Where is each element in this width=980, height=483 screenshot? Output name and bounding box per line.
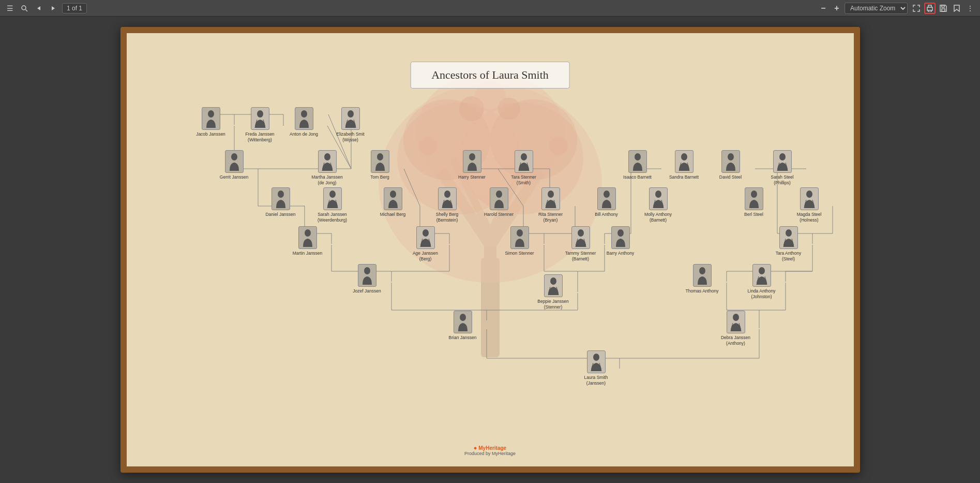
person-thomas[interactable]: Thomas Anthony [679, 264, 726, 294]
person-rita[interactable]: Rita Stenner (Bryan) [527, 187, 574, 223]
avatar-jozef [358, 264, 376, 287]
svg-marker-3 [52, 6, 55, 10]
avatar-linda [752, 264, 771, 287]
person-martin[interactable]: Martin Janssen [284, 226, 331, 256]
avatar-tara_s [515, 150, 533, 173]
person-molly[interactable]: Molly Anthony (Barnett) [635, 187, 682, 223]
person-simon[interactable]: Simon Stenner [496, 226, 543, 256]
svg-point-16 [419, 137, 438, 155]
person-laura[interactable]: Laura Smith (Janssen) [573, 350, 620, 386]
name-david_s: David Steel [719, 174, 742, 180]
prev-page-icon[interactable] [33, 3, 44, 14]
toolbar-left: ☰ 1 of 1 [4, 3, 815, 14]
person-tom[interactable]: Tom Berg [357, 150, 403, 180]
person-age[interactable]: Age Janssen (Berg) [402, 226, 449, 262]
person-harry[interactable]: Harry Stenner [449, 150, 495, 180]
person-magda[interactable]: Magda Steel (Holness) [786, 187, 833, 223]
avatar-martin [298, 226, 317, 249]
person-brian[interactable]: Brian Janssen [440, 311, 486, 341]
avatar-brian [454, 311, 472, 333]
name-harold: Harold Stenner [484, 212, 514, 217]
person-martha[interactable]: Martha Janssen (de Jong) [304, 150, 351, 186]
avatar-tara_a [779, 226, 798, 249]
person-sarah_j[interactable]: Sarah Janssen (Weerdenburg) [309, 187, 356, 223]
person-jozef[interactable]: Jozef Janssen [344, 264, 390, 294]
person-sandra[interactable]: Sandra Barnett [661, 150, 707, 180]
person-freda[interactable]: Freda Janssen (Wittenberg) [237, 107, 283, 143]
fullscreen-icon[interactable] [911, 3, 922, 14]
next-page-icon[interactable] [48, 3, 59, 14]
svg-point-18 [459, 96, 484, 121]
avatar-beppie [544, 274, 563, 297]
person-gerrit[interactable]: Gerrit Janssen [211, 150, 258, 180]
svg-rect-9 [484, 233, 496, 295]
page-info: 1 of 1 [62, 3, 87, 13]
zoom-out-button[interactable]: − [818, 3, 829, 14]
more-options-icon[interactable]: ⋮ [964, 3, 976, 14]
person-tara_s[interactable]: Tara Stenner (Smith) [501, 150, 547, 186]
person-berl[interactable]: Berl Steel [731, 187, 777, 217]
avatar-michael [384, 187, 402, 210]
main-area: Ancestors of Laura Smith [0, 17, 980, 483]
avatar-martha [318, 150, 337, 173]
zoom-select[interactable]: Automatic Zoom 50% 75% 100% 125% 150% [845, 3, 908, 14]
person-anton[interactable]: Anton de Jong [281, 107, 327, 137]
person-barry[interactable]: Barry Anthony [597, 226, 644, 256]
person-linda[interactable]: Linda Anthony (Johnston) [738, 264, 785, 300]
svg-rect-6 [942, 5, 944, 7]
person-jacob[interactable]: Jacob Janssen [188, 107, 234, 137]
svg-point-17 [549, 137, 568, 155]
avatar-berl [745, 187, 763, 210]
avatar-daniel [272, 187, 290, 210]
svg-point-126 [377, 153, 383, 160]
name-tara_s: Tara Stenner (Smith) [511, 174, 536, 186]
avatar-shelly [438, 187, 457, 210]
chart-title-box: Ancestors of Laura Smith [410, 62, 570, 89]
menu-icon[interactable]: ☰ [4, 3, 16, 14]
person-sarah_s[interactable]: Sarah Steel (Phillips) [759, 150, 806, 186]
person-isaaco[interactable]: Isaaco Barnett [614, 150, 661, 180]
svg-marker-2 [37, 6, 40, 10]
print-icon[interactable] [924, 3, 936, 14]
bookmark-icon[interactable] [951, 3, 962, 14]
avatar-anton [295, 107, 313, 130]
person-shelly[interactable]: Shelly Berg (Bernstein) [424, 187, 471, 223]
svg-point-102 [460, 314, 466, 321]
avatar-bill [597, 187, 616, 210]
name-age: Age Janssen (Berg) [413, 251, 438, 262]
svg-point-19 [497, 97, 520, 120]
svg-point-118 [604, 191, 610, 198]
svg-point-112 [278, 191, 284, 198]
name-magda: Magda Steel (Holness) [797, 212, 822, 223]
svg-rect-8 [481, 258, 500, 357]
person-tara_a[interactable]: Tara Anthony (Steel) [765, 226, 812, 262]
person-daniel[interactable]: Daniel Janssen [258, 187, 304, 217]
svg-point-103 [550, 277, 556, 285]
name-freda: Freda Janssen (Wittenberg) [245, 131, 274, 143]
name-linda: Linda Anthony (Johnston) [748, 288, 776, 300]
search-icon[interactable] [19, 3, 30, 14]
svg-point-119 [655, 191, 661, 198]
svg-point-113 [329, 191, 336, 198]
svg-point-127 [469, 153, 475, 160]
person-michael[interactable]: Michael Berg [370, 187, 416, 217]
svg-point-130 [681, 153, 687, 160]
produced-by-text: Produced by MyHeritage [464, 451, 516, 456]
avatar-barry [611, 226, 630, 249]
person-bill[interactable]: Bill Anthony [583, 187, 630, 217]
avatar-thomas [693, 264, 712, 287]
person-debra[interactable]: Debra Janssen (Anthony) [713, 311, 759, 346]
name-gerrit: Gerrit Janssen [220, 174, 248, 180]
avatar-jacob [202, 107, 220, 130]
name-beppie: Beppie Janssen (Stenner) [537, 299, 569, 310]
name-jozef: Jozef Janssen [353, 288, 381, 294]
name-barry: Barry Anthony [607, 251, 634, 256]
avatar-sarah_j [323, 187, 342, 210]
person-harold[interactable]: Harold Stenner [476, 187, 522, 217]
person-beppie[interactable]: Beppie Janssen (Stenner) [530, 274, 577, 310]
zoom-in-button[interactable]: + [831, 3, 842, 14]
person-david_s[interactable]: David Steel [707, 150, 754, 180]
avatar-sandra [675, 150, 693, 173]
person-elizabeth[interactable]: Elizabeth Smit (Wijsse) [327, 107, 374, 143]
save-icon[interactable] [938, 3, 949, 14]
